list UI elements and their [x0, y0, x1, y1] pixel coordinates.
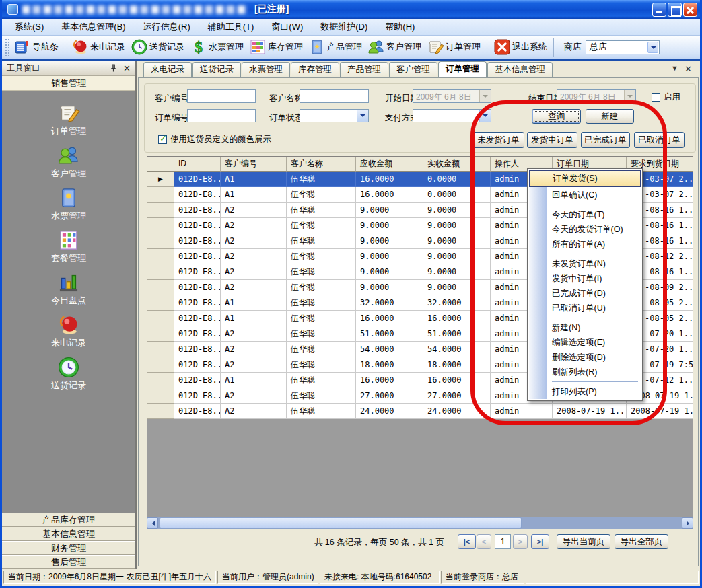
end-date-picker[interactable]: 2009年 6月 8日 [557, 89, 636, 103]
context-menu-item[interactable]: 新建(N) [529, 320, 641, 335]
sidebar-item[interactable]: 套餐管理 [51, 229, 86, 271]
sidebar-item[interactable]: 客户管理 [51, 144, 86, 186]
new-button[interactable]: 新建 [586, 109, 634, 124]
order-status-filter-button[interactable]: 发货中订单 [527, 132, 577, 148]
tab-dropdown-icon[interactable] [671, 64, 678, 72]
table-horizontal-scrollbar[interactable] [147, 517, 693, 529]
order-status-select[interactable] [300, 109, 369, 122]
sidebar-item[interactable]: 水票管理 [51, 186, 86, 229]
toolbar-button[interactable]: 库存管理 [246, 37, 306, 57]
pin-icon[interactable] [110, 64, 117, 73]
order-no-input[interactable] [187, 109, 256, 122]
toolbar-button[interactable]: 退出系统 [491, 37, 550, 57]
row-selector-cell[interactable] [147, 233, 174, 249]
tab-item[interactable]: 产品管理 [340, 62, 388, 77]
context-menu-item[interactable]: 已完成订单(D) [529, 286, 641, 301]
row-selector-cell[interactable] [147, 388, 174, 404]
row-selector-cell[interactable] [147, 249, 174, 264]
maximize-button[interactable] [668, 3, 682, 17]
row-selector-cell[interactable] [147, 311, 174, 326]
context-menu-item[interactable]: 订单发货(S) [529, 170, 641, 187]
toolbar-button[interactable]: 订单管理 [424, 37, 483, 57]
menu-item[interactable]: 辅助工具(T) [199, 19, 263, 35]
toolbar-button[interactable]: 送货记录 [128, 37, 187, 57]
next-page-button[interactable]: > [513, 534, 528, 549]
export-all-pages-button[interactable]: 导出全部页 [615, 534, 668, 549]
query-button[interactable]: 查询 [532, 109, 581, 124]
sidebar-section-bar[interactable]: 财务管理 [2, 541, 135, 555]
row-selector-cell[interactable] [147, 342, 174, 357]
toolbar-grip[interactable] [5, 38, 9, 56]
table-row[interactable]: 012D-E8...A2伍华聪24.000024.0000admin2008-0… [147, 404, 693, 419]
sidebar-item[interactable]: 今日盘点 [51, 271, 86, 314]
tab-item[interactable]: 送货记录 [192, 62, 241, 77]
menu-item[interactable]: 运行信息(R) [135, 19, 199, 35]
row-selector-cell[interactable] [147, 187, 174, 203]
row-selector-cell[interactable] [147, 357, 174, 373]
column-header[interactable]: 客户编号 [221, 157, 287, 172]
toolbar-button[interactable]: $水票管理 [187, 37, 246, 57]
order-status-filter-button[interactable]: 已取消订单 [634, 132, 685, 148]
context-menu-item[interactable]: 删除选定项(D) [529, 350, 641, 365]
tab-item[interactable]: 基本信息管理 [487, 62, 553, 77]
menu-item[interactable]: 系统(S) [6, 19, 52, 35]
scrollbar-thumb[interactable] [160, 517, 522, 529]
row-selector-cell[interactable] [147, 404, 174, 419]
close-button[interactable] [683, 3, 697, 17]
context-menu-item[interactable]: 发货中订单(I) [529, 271, 641, 286]
context-menu-item[interactable]: 已取消订单(U) [529, 301, 641, 316]
context-menu-item[interactable]: 打印列表(P) [529, 384, 641, 399]
row-selector-cell[interactable] [147, 295, 174, 311]
context-menu-item[interactable]: 未发货订单(N) [529, 256, 641, 271]
sidebar-section-bar[interactable]: 基本信息管理 [2, 527, 135, 541]
tab-item[interactable]: 来电记录 [143, 62, 192, 77]
tab-close-icon[interactable] [685, 64, 692, 74]
context-menu-item[interactable]: 所有的订单(A) [529, 237, 641, 252]
context-menu-item[interactable]: 回单确认(C) [529, 188, 641, 203]
tab-item[interactable]: 客户管理 [389, 62, 437, 77]
column-header[interactable]: 应收金额 [356, 157, 423, 172]
pay-method-select[interactable] [413, 109, 491, 122]
sidebar-section-bar[interactable]: 售后管理 [2, 555, 135, 569]
customer-name-input[interactable] [300, 89, 369, 103]
sidebar-close-icon[interactable] [123, 63, 131, 73]
column-header[interactable]: 实收金额 [423, 157, 491, 172]
context-menu-item[interactable]: 今天的订单(T) [529, 207, 641, 222]
context-menu-item[interactable]: 今天的发货订单(O) [529, 222, 641, 237]
delivery-color-checkbox[interactable] [158, 135, 167, 144]
shop-select[interactable]: 总店 [586, 40, 660, 54]
tab-active[interactable]: 订单管理 [438, 61, 487, 77]
row-selector-cell[interactable] [147, 264, 174, 280]
column-header[interactable]: ID [174, 157, 221, 172]
page-number-box[interactable]: 1 [495, 534, 511, 549]
sidebar-item[interactable]: 来电记录 [51, 314, 86, 356]
menu-item[interactable]: 窗口(W) [262, 19, 312, 35]
scroll-left-arrow-icon[interactable] [147, 517, 158, 529]
start-date-picker[interactable]: 2009年 6月 8日 [413, 89, 491, 103]
sidebar-section-sales[interactable]: 销售管理 [2, 76, 135, 91]
tab-item[interactable]: 库存管理 [291, 62, 339, 77]
toolbar-button[interactable]: 来电记录 [69, 37, 128, 57]
context-menu-item[interactable]: 刷新列表(R) [529, 365, 641, 379]
toolbar-button[interactable]: 客户管理 [365, 37, 424, 57]
tab-item[interactable]: 水票管理 [242, 62, 290, 77]
sidebar-item[interactable]: 订单管理 [51, 102, 86, 144]
row-selector-cell[interactable]: ▶ [147, 172, 174, 187]
enable-date-checkbox[interactable] [652, 93, 660, 102]
customer-no-input[interactable] [187, 89, 256, 103]
row-selector-cell[interactable] [147, 280, 174, 295]
row-selector-cell[interactable] [147, 326, 174, 342]
menu-item[interactable]: 帮助(H) [376, 19, 423, 35]
menu-item[interactable]: 数据维护(D) [312, 19, 376, 35]
order-status-filter-button[interactable]: 已完成订单 [581, 132, 630, 148]
context-menu-item[interactable]: 编辑选定项(E) [529, 335, 641, 350]
toolbar-button[interactable]: 产品管理 [306, 37, 365, 57]
sidebar-section-bar[interactable]: 产品库存管理 [2, 513, 135, 527]
sidebar-item[interactable]: 送货记录 [51, 356, 86, 398]
toolbar-button[interactable]: 导航条 [11, 37, 61, 57]
order-status-filter-button[interactable]: 未发货订单 [472, 132, 524, 148]
menu-item[interactable]: 基本信息管理(B) [52, 19, 134, 35]
column-header[interactable]: 客户名称 [287, 157, 356, 172]
row-selector-cell[interactable] [147, 373, 174, 388]
first-page-button[interactable]: |< [458, 534, 476, 549]
